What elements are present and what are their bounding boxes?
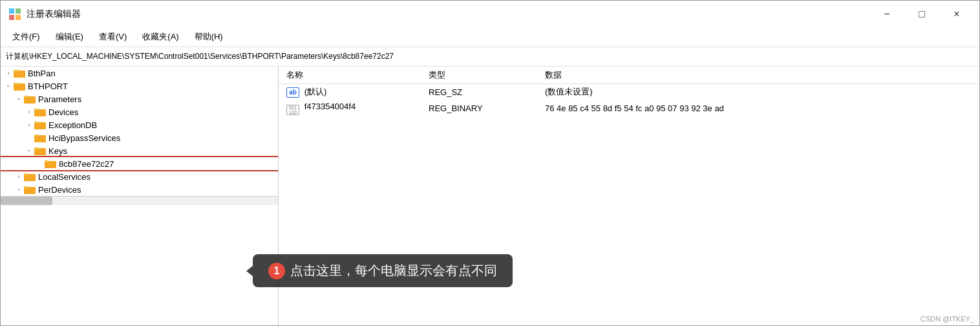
tree-item-parameters[interactable]: › Parameters xyxy=(1,92,278,105)
svg-rect-3 xyxy=(16,15,21,20)
tree-label-hcibypassservices: HciBypassServices xyxy=(48,133,120,143)
svg-rect-12 xyxy=(34,109,39,111)
tree-label-bthport: BTHPORT xyxy=(28,82,68,91)
scrollbar-area xyxy=(1,196,278,205)
address-bar[interactable]: 计算机\HKEY_LOCAL_MACHINE\SYSTEM\ControlSet… xyxy=(1,47,979,67)
reg-name: (默认) xyxy=(304,87,327,96)
tree-label-8cb87ee72c27: 8cb87ee72c27 xyxy=(59,159,114,169)
registry-table: 名称 类型 数据 ab (默认) REG_SZ (数值未设置) xyxy=(279,67,979,117)
maximize-button[interactable]: □ xyxy=(907,4,937,25)
chevron-down-icon: › xyxy=(3,81,14,91)
folder-icon xyxy=(34,107,46,116)
svg-rect-6 xyxy=(14,70,18,72)
reg-name: f473354004f4 xyxy=(304,102,356,111)
svg-rect-10 xyxy=(24,96,28,98)
table-row[interactable]: ab (默认) REG_SZ (数值未设置) xyxy=(279,84,979,100)
tree-label-perdevices: PerDevices xyxy=(38,185,81,195)
svg-rect-14 xyxy=(34,122,39,124)
tree-label-bthpan: BthPan xyxy=(28,69,56,78)
tree-item-bthpan[interactable]: › BthPan xyxy=(1,67,278,80)
folder-icon xyxy=(14,82,25,91)
tooltip-badge: 1 xyxy=(268,263,285,279)
tree-label-keys: Keys xyxy=(48,146,67,156)
scrollbar-thumb[interactable] xyxy=(1,197,52,205)
main-content: › BthPan › BTHPORT › P xyxy=(1,67,979,325)
col-header-data: 数据 xyxy=(537,67,979,84)
svg-rect-2 xyxy=(9,15,14,20)
folder-icon xyxy=(14,69,25,78)
menu-bar: 文件(F) 编辑(E) 查看(V) 收藏夹(A) 帮助(H) xyxy=(1,27,979,47)
folder-icon xyxy=(34,120,46,129)
app-icon xyxy=(8,8,21,21)
menu-help[interactable]: 帮助(H) xyxy=(188,28,229,45)
reg-type-cell: REG_SZ xyxy=(421,84,537,100)
svg-rect-20 xyxy=(45,160,49,162)
horizontal-scrollbar[interactable] xyxy=(1,196,278,205)
tooltip-balloon: 1 点击这里，每个电脑显示会有点不同 xyxy=(253,254,513,287)
chevron-right-icon: › xyxy=(24,120,34,130)
tree-item-hcibypassservices[interactable]: HciBypassServices xyxy=(1,131,278,144)
svg-rect-1 xyxy=(16,8,21,14)
menu-favorites[interactable]: 收藏夹(A) xyxy=(136,28,185,45)
menu-file[interactable]: 文件(F) xyxy=(6,28,47,45)
reg-name-cell: 011 110 f473354004f4 xyxy=(279,100,421,117)
tree-item-perdevices[interactable]: › PerDevices xyxy=(1,183,278,196)
reg-name-cell: ab (默认) xyxy=(279,84,421,100)
folder-icon xyxy=(34,146,46,155)
svg-rect-0 xyxy=(9,8,14,14)
menu-view[interactable]: 查看(V) xyxy=(92,28,133,45)
menu-edit[interactable]: 编辑(E) xyxy=(49,28,90,45)
address-path: 计算机\HKEY_LOCAL_MACHINE\SYSTEM\ControlSet… xyxy=(6,51,394,62)
reg-type-cell: REG_BINARY xyxy=(421,100,537,117)
tree-label-parameters: Parameters xyxy=(38,94,81,104)
tree-panel: › BthPan › BTHPORT › P xyxy=(1,67,279,325)
tree-label-devices: Devices xyxy=(48,107,78,117)
folder-icon xyxy=(24,94,36,103)
svg-rect-16 xyxy=(34,135,39,136)
table-row[interactable]: 011 110 f473354004f4 REG_BINARY 76 4e 85… xyxy=(279,100,979,117)
tree-item-devices[interactable]: › Devices xyxy=(1,105,278,118)
folder-icon xyxy=(24,172,36,181)
tree-label-exceptiondb: ExceptionDB xyxy=(48,120,97,130)
tree-item-keys[interactable]: › Keys xyxy=(1,144,278,157)
tree-label-localservices: LocalServices xyxy=(38,172,91,182)
svg-rect-24 xyxy=(24,186,28,188)
reg-data-cell: (数值未设置) xyxy=(537,84,979,100)
tree-item-exceptiondb[interactable]: › ExceptionDB xyxy=(1,118,278,131)
chevron-down-icon: › xyxy=(24,146,34,156)
placeholder-icon xyxy=(34,158,45,169)
placeholder-icon xyxy=(24,133,34,143)
tree-item-bthport[interactable]: › BTHPORT xyxy=(1,80,278,92)
reg-string-icon: ab xyxy=(286,87,299,98)
chevron-right-icon: › xyxy=(3,68,14,78)
chevron-right-icon: › xyxy=(14,171,24,182)
svg-rect-18 xyxy=(34,147,39,149)
col-header-type: 类型 xyxy=(421,67,537,84)
chevron-right-icon: › xyxy=(24,107,34,117)
tree-item-localservices[interactable]: › LocalServices xyxy=(1,170,278,183)
window-title: 注册表编辑器 xyxy=(27,8,81,20)
svg-rect-8 xyxy=(14,83,18,85)
svg-rect-22 xyxy=(24,173,28,175)
folder-icon xyxy=(45,159,56,168)
minimize-button[interactable]: − xyxy=(872,4,902,25)
chevron-right-icon: › xyxy=(14,184,24,195)
reg-data-cell: 76 4e 85 c4 55 8d f5 54 fc a0 95 07 93 9… xyxy=(537,100,979,117)
watermark: CSDN @ITKEY_ xyxy=(921,315,974,323)
col-header-name: 名称 xyxy=(279,67,421,84)
chevron-down-icon: › xyxy=(14,94,24,104)
close-button[interactable]: × xyxy=(942,4,972,25)
tree-item-8cb87ee72c27[interactable]: 8cb87ee72c27 xyxy=(1,157,278,170)
tooltip-text: 点击这里，每个电脑显示会有点不同 xyxy=(290,262,497,279)
folder-icon xyxy=(34,133,46,142)
window-controls: − □ × xyxy=(872,4,972,25)
title-bar: 注册表编辑器 − □ × xyxy=(1,1,979,27)
folder-icon xyxy=(24,185,36,194)
reg-binary-icon: 011 110 xyxy=(286,105,299,115)
